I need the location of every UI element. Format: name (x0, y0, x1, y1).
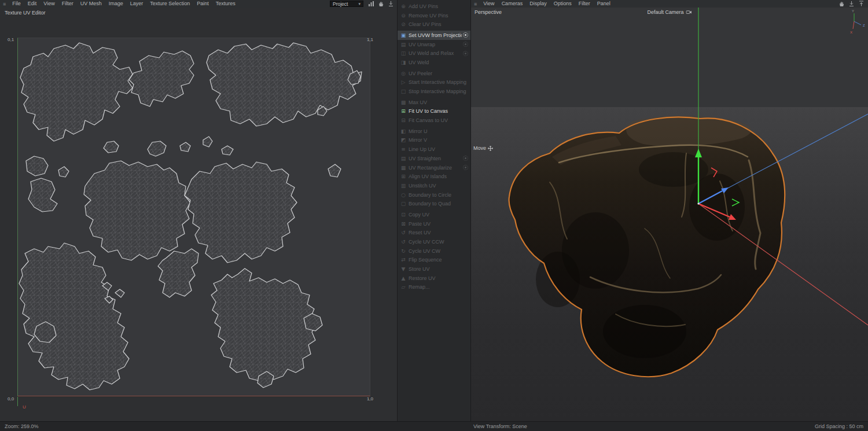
uv-island[interactable] (180, 142, 190, 152)
viewport-menu-view[interactable]: View (480, 0, 498, 8)
dock-up-icon[interactable] (858, 1, 865, 7)
viewport-3d[interactable]: Perspective Default Camera Move (471, 8, 868, 421)
uv-weld-icon: ◨ (400, 60, 407, 65)
uv-command-uv-weld: ◨UV Weld (398, 58, 470, 67)
uv-command-label: UV Straighten (409, 156, 462, 161)
uv-command-line-up-uv: ≡Line Up UV (398, 145, 470, 154)
uv-corner-label: 0,0 (8, 396, 14, 401)
uv-command-uv-unwrap: ▤UV Unwrap (398, 40, 470, 49)
uv-command-label: Fit UV to Canvas (409, 108, 468, 114)
fit-canvas-to-uv-icon: ⊟ (400, 117, 407, 123)
uv-command-label: Line Up UV (409, 146, 468, 152)
uv-command-label: Restore UV (409, 275, 468, 281)
uv-island[interactable] (328, 164, 341, 177)
cycle-uv-cw-icon: ↻ (400, 248, 407, 254)
zoom-status: Zoom: 259.0% (0, 423, 397, 429)
uv-command-start-interactive-mapping: ▷Start Interactive Mapping (398, 78, 470, 87)
menu-file[interactable]: File (9, 0, 24, 8)
rock-model[interactable] (509, 116, 785, 377)
menu-paint[interactable]: Paint (193, 0, 212, 8)
uv-command-unstitch-uv: ▥Unstitch UV (398, 181, 470, 190)
uv-island[interactable] (222, 146, 233, 155)
menu-view[interactable]: View (40, 0, 58, 8)
viewport-menu-cameras[interactable]: Cameras (498, 0, 527, 8)
uv-command-boundary-to-quad: ▢Boundary to Quad (398, 199, 470, 208)
axis-indicator: Y Z X (850, 9, 865, 34)
uv-command-mirror-v: ◩Mirror V (398, 136, 470, 145)
uv-command-clear-uv-pins: ⊘Clear UV Pins (398, 20, 470, 29)
hamburger-menu-icon[interactable]: ≡ (471, 1, 480, 7)
stats-icon[interactable] (368, 1, 374, 7)
uv-island[interactable] (185, 162, 297, 263)
uv-straighten-icon: ▤ (400, 156, 407, 161)
uv-islands[interactable] (19, 43, 362, 390)
viewport-menu-filter[interactable]: Filter (575, 0, 594, 8)
uv-command-label: Max UV (409, 100, 468, 105)
uv-island[interactable] (158, 249, 198, 297)
remap-icon: ▱ (400, 284, 407, 290)
uv-island[interactable] (148, 141, 166, 156)
uv-command-label: Clear UV Pins (409, 21, 468, 27)
uv-command-uv-weld-and-relax: ◫UV Weld and Relax (398, 49, 470, 58)
uv-command-mirror-u: ◧Mirror U (398, 127, 470, 136)
mirror-v-icon: ◩ (400, 137, 407, 143)
menu-texture-selection[interactable]: Texture Selection (146, 0, 193, 8)
uv-command-copy-uv: ⊡Copy UV (398, 210, 470, 219)
uv-island[interactable] (129, 51, 194, 106)
uv-island[interactable] (115, 289, 124, 297)
uv-island[interactable] (26, 156, 48, 176)
uv-command-add-uv-pins: ⊕Add UV Pins (398, 2, 470, 11)
uv-command-label: Paste UV (409, 221, 468, 227)
menu-image[interactable]: Image (105, 0, 127, 8)
uv-island[interactable] (20, 43, 133, 141)
uv-island[interactable] (211, 268, 317, 381)
uv-island[interactable] (28, 178, 57, 212)
viewport-view-label[interactable]: Perspective (475, 9, 502, 15)
uv-island[interactable] (58, 167, 69, 177)
settings-gear-icon (463, 42, 468, 47)
uv-island[interactable] (203, 137, 212, 147)
project-selector[interactable]: Project ▾ (330, 1, 363, 7)
uv-island[interactable] (19, 243, 129, 390)
uv-command-label: Remap... (409, 284, 468, 290)
uv-island[interactable] (84, 161, 190, 260)
uv-command-uv-straighten: ▤UV Straighten (398, 154, 470, 163)
camera-label-text: Default Camera (647, 9, 683, 15)
menu-edit[interactable]: Edit (24, 0, 41, 8)
viewport-canvas[interactable]: Y Z X (471, 8, 868, 421)
menu-textures[interactable]: Textures (212, 0, 239, 8)
uv-canvas[interactable]: 0,1 1,1 0,0 1,0 U (17, 38, 370, 396)
uv-command-label: Add UV Pins (409, 3, 468, 9)
menu-layer[interactable]: Layer (127, 0, 147, 8)
dock-down-icon[interactable] (848, 1, 855, 7)
dock-down-icon[interactable] (388, 1, 394, 7)
z-axis-label: Z (863, 24, 865, 27)
uv-peeler-icon: ◎ (400, 71, 407, 76)
uv-command-label: Stop Interactive Mapping (409, 89, 468, 94)
viewport-camera-label[interactable]: Default Camera (647, 9, 692, 15)
hand-icon[interactable] (838, 1, 845, 7)
uv-islands-canvas[interactable] (18, 38, 371, 397)
viewport-menu-options[interactable]: Options (550, 0, 575, 8)
settings-gear-icon[interactable] (463, 32, 468, 38)
uv-command-uv-peeler: ◎UV Peeler (398, 69, 470, 78)
uv-command-fit-uv-to-canvas[interactable]: ⊞Fit UV to Canvas (398, 107, 470, 116)
align-uv-islands-icon: ⊞ (400, 174, 407, 179)
uv-command-boundary-to-circle: ○Boundary to Circle (398, 190, 470, 200)
uv-island[interactable] (104, 141, 119, 153)
hand-icon[interactable] (378, 1, 384, 7)
viewport-menu-panel[interactable]: Panel (594, 0, 614, 8)
viewport-menubar: ≡ ViewCamerasDisplayOptionsFilterPanel (471, 0, 868, 8)
menu-filter[interactable]: Filter (58, 0, 77, 8)
paste-uv-icon: ⊠ (400, 221, 407, 227)
viewport-menu-display[interactable]: Display (526, 0, 550, 8)
uv-command-label: Unstitch UV (409, 183, 468, 189)
uv-command-set-uvw-from-projection[interactable]: ▣Set UVW from Projection (398, 31, 470, 40)
uv-command-flip-sequence: ⇄Flip Sequence (398, 256, 470, 265)
menu-uv-mesh[interactable]: UV Mesh (77, 0, 105, 8)
x-axis-label: X (850, 31, 852, 34)
main-menus: FileEditViewFilterUV MeshImageLayerTextu… (9, 0, 239, 8)
uv-editor-title: Texture UV Editor (5, 10, 46, 16)
uv-island[interactable] (207, 43, 362, 126)
uv-rectangularize-icon: ▦ (400, 165, 407, 171)
